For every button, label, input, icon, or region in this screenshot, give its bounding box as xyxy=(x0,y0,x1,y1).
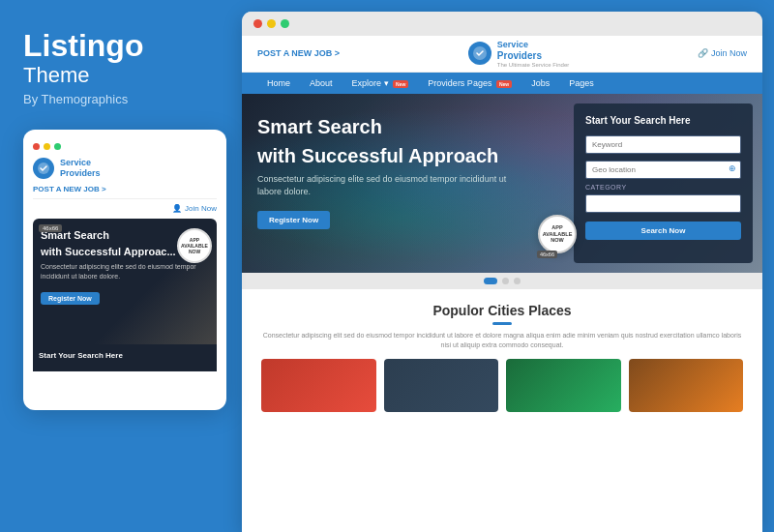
join-icon: 🔗 xyxy=(698,48,708,58)
browser-dot-yellow xyxy=(267,19,276,28)
search-box: Start Your Search Here ⊕ CATEGORY Search… xyxy=(574,103,753,263)
dot-red xyxy=(33,143,40,150)
mobile-user-icon: 👤 xyxy=(172,204,182,213)
nav-item-home[interactable]: Home xyxy=(257,73,300,94)
mobile-search-title: Start Your Search Here xyxy=(39,351,211,360)
brand-title: Listingo xyxy=(23,29,219,63)
mobile-join[interactable]: 👤 Join Now xyxy=(33,204,217,213)
city-thumb-4[interactable] xyxy=(629,359,744,412)
browser-dot-red xyxy=(253,19,262,28)
desktop-logo-text: Service Providers The Ultimate Service F… xyxy=(497,40,569,68)
left-panel: Listingo Theme By Themographics ServiceP… xyxy=(0,0,242,532)
hero-title-line2: with Successful Approach xyxy=(257,144,558,167)
mobile-brand-text: ServiceProviders xyxy=(60,158,101,179)
city-thumb-3[interactable] xyxy=(506,359,621,412)
desktop-app-badge: APPAVAILABLENOW xyxy=(538,215,577,253)
category-field-group: CATEGORY xyxy=(585,184,741,213)
mobile-search-section: Start Your Search Here xyxy=(33,344,217,371)
dot-green xyxy=(54,143,61,150)
brand-by: By Themographics xyxy=(23,92,219,106)
category-input[interactable] xyxy=(585,194,741,213)
hero-slider-dots[interactable] xyxy=(242,273,762,289)
geo-input[interactable] xyxy=(585,161,741,179)
city-thumb-1[interactable] xyxy=(261,359,376,412)
hero-register-button[interactable]: Register Now xyxy=(257,211,330,229)
slider-dot-3[interactable] xyxy=(514,278,521,284)
desktop-browser-mockup: POST A NEW JOB > Service Providers The U… xyxy=(242,12,762,532)
search-now-button[interactable]: Search Now xyxy=(585,222,741,240)
nav-item-jobs[interactable]: Jobs xyxy=(521,73,559,94)
brand-theme: Theme xyxy=(23,63,219,88)
keyword-field-group xyxy=(585,133,741,154)
mobile-app-badge: APP AVAILABLE NOW xyxy=(177,228,212,263)
hero-title-line1: Smart Search xyxy=(257,115,558,138)
mobile-post-job[interactable]: POST A NEW JOB > xyxy=(33,185,217,199)
geo-icon: ⊕ xyxy=(729,163,736,173)
nav-new-badge-providers: New xyxy=(496,80,512,88)
mobile-hero-desc: Consectetur adipiscing elite sed do eius… xyxy=(41,262,209,281)
browser-content: POST A NEW JOB > Service Providers The U… xyxy=(242,36,762,532)
slider-dot-1[interactable] xyxy=(484,278,497,284)
city-thumbnails xyxy=(261,359,743,412)
hero-subtitle: Consectetur adipiscing elite sed do eius… xyxy=(257,173,528,199)
slider-dot-2[interactable] xyxy=(502,278,509,284)
mobile-window-dots xyxy=(33,143,217,150)
desktop-hero: APPAVAILABLENOW 46x66 Smart Search with … xyxy=(242,94,762,273)
popular-cities-section: Populor Cities Places Consectetur adipis… xyxy=(242,289,762,532)
popular-divider xyxy=(492,322,512,325)
hero-content: Smart Search with Successful Approach Co… xyxy=(242,94,574,273)
dot-yellow xyxy=(44,143,50,150)
mobile-logo-icon xyxy=(33,158,54,179)
nav-new-badge-explore: New xyxy=(393,80,408,88)
desktop-post-job[interactable]: POST A NEW JOB > xyxy=(257,48,340,58)
browser-dot-green xyxy=(281,19,289,28)
mobile-hero: APP AVAILABLE NOW 46x66 Smart Search wit… xyxy=(33,219,217,344)
geo-field-group: ⊕ xyxy=(585,159,741,179)
desktop-logo: Service Providers The Ultimate Service F… xyxy=(468,40,569,68)
desktop-topbar: POST A NEW JOB > Service Providers The U… xyxy=(242,36,762,73)
search-box-title: Start Your Search Here xyxy=(585,115,741,126)
nav-item-providers[interactable]: Providers Pages New xyxy=(418,73,521,94)
keyword-input[interactable] xyxy=(585,135,741,154)
nav-item-about[interactable]: About xyxy=(300,73,342,94)
mobile-logo: ServiceProviders xyxy=(33,158,217,179)
desktop-logo-icon xyxy=(468,42,491,65)
browser-bar xyxy=(242,12,762,36)
popular-section-title: Populor Cities Places xyxy=(261,303,743,318)
mobile-mockup: ServiceProviders POST A NEW JOB > 👤 Join… xyxy=(23,130,226,410)
desktop-join-button[interactable]: 🔗 Join Now xyxy=(698,48,747,58)
desktop-nav: Home About Explore ▾ New Providers Pages… xyxy=(242,73,762,94)
nav-item-pages[interactable]: Pages xyxy=(559,73,604,94)
popular-section-desc: Consectetur adipiscing elit sed do eiusm… xyxy=(261,331,743,351)
category-label: CATEGORY xyxy=(585,184,741,191)
mobile-register-button[interactable]: Register Now xyxy=(41,292,100,305)
nav-item-explore[interactable]: Explore ▾ New xyxy=(342,73,419,94)
city-thumb-2[interactable] xyxy=(384,359,499,412)
